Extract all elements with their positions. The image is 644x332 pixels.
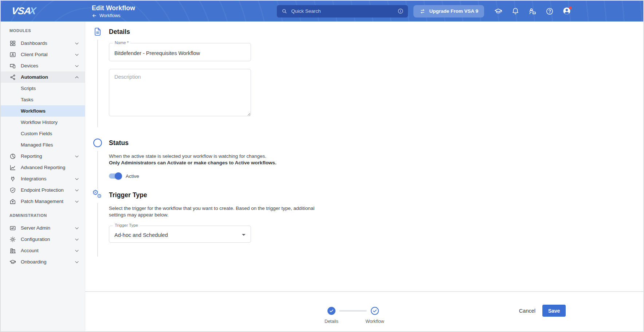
app-window: VSAX Edit Workflow Workflows Quick Searc… [0, 0, 644, 332]
page-title-block: Edit Workflow Workflows [85, 4, 277, 18]
step-connector [339, 310, 367, 312]
step-workflow[interactable] [371, 307, 379, 315]
info-icon[interactable] [397, 8, 404, 14]
sidebar-item-devices[interactable]: Devices [1, 60, 85, 71]
sidebar-group-modules: MODULES [1, 22, 85, 38]
details-section: Details Name * [93, 27, 635, 118]
gears-icon: ⚙⚙ [92, 189, 104, 201]
gear-icon [9, 236, 16, 243]
chevron-down-icon [74, 187, 80, 193]
swap-icon [419, 8, 426, 15]
name-field-label: Name * [113, 40, 130, 45]
footer-bar: Details Workflow Cancel Save [85, 291, 643, 331]
page-title: Edit Workflow [92, 4, 277, 12]
sidebar-item-endpoint-protection[interactable]: Endpoint Protection [1, 184, 85, 196]
sidebar-item-label: Dashboards [21, 40, 74, 46]
graduation-cap-icon [9, 259, 16, 265]
toggle-label: Active [126, 173, 139, 179]
search-icon [281, 8, 287, 14]
sidebar-item-workflow-history[interactable]: Workflow History [1, 117, 85, 128]
sidebar-item-managed-files[interactable]: Managed Files [1, 139, 85, 151]
sidebar-item-label: Configuration [21, 237, 74, 242]
status-section: Status When the active state is selected… [93, 138, 635, 180]
sidebar-item-label: Tasks [21, 97, 80, 102]
sidebar-group-administration: ADMINISTRATION [1, 207, 85, 222]
chevron-down-icon [242, 234, 246, 236]
home-up-icon [9, 198, 16, 205]
step-details[interactable] [327, 307, 335, 315]
chevron-down-icon [74, 52, 80, 58]
sidebar-item-label: Integrations [21, 176, 74, 181]
sidebar-item-advanced-reporting[interactable]: Advanced Reporting [1, 162, 85, 173]
logo-text: VSA [11, 5, 31, 17]
sidebar-item-label: Custom Fields [21, 131, 80, 136]
description-textarea[interactable] [109, 69, 251, 116]
sidebar-item-integrations[interactable]: Integrations [1, 173, 85, 184]
sidebar-item-patch-management[interactable]: Patch Management [1, 196, 85, 207]
chevron-down-icon [74, 63, 80, 69]
cancel-button[interactable]: Cancel [516, 306, 538, 316]
sidebar-item-workflows[interactable]: Workflows [1, 105, 85, 117]
sidebar-item-configuration[interactable]: Configuration [1, 234, 85, 245]
building-icon [9, 247, 16, 254]
step-label-details: Details [315, 319, 348, 324]
upgrade-label: Upgrade From VSA 9 [429, 8, 478, 14]
notification-dot [569, 7, 572, 9]
sidebar-item-label: Server Admin [21, 225, 74, 231]
chevron-down-icon [74, 176, 80, 182]
sidebar-item-scripts[interactable]: Scripts [1, 83, 85, 94]
sidebar-item-reporting[interactable]: Reporting [1, 151, 85, 162]
sidebar-item-server-admin[interactable]: Server Admin [1, 222, 85, 234]
graduation-cap-icon[interactable] [494, 7, 502, 15]
sidebar-item-tasks[interactable]: Tasks [1, 94, 85, 105]
search-placeholder: Quick Search [291, 8, 394, 14]
trigger-type-select-value: Ad-hoc and Scheduled [109, 230, 242, 238]
arrow-left-icon [92, 13, 97, 18]
vsax-logo[interactable]: VSAX [1, 5, 85, 17]
chevron-down-icon [74, 40, 80, 46]
chevron-down-icon [74, 153, 80, 159]
sidebar-item-client-portal[interactable]: Client Portal [1, 49, 85, 60]
chevron-down-icon [74, 225, 80, 231]
sidebar-item-label: Account [21, 248, 74, 253]
plug-icon [9, 176, 16, 182]
name-field: Name * [109, 43, 251, 61]
upgrade-button[interactable]: Upgrade From VSA 9 [413, 5, 484, 17]
chevron-down-icon [74, 237, 80, 242]
sidebar-item-label: Onboarding [21, 259, 74, 265]
breadcrumb-label: Workflows [99, 13, 120, 18]
user-avatar[interactable] [563, 7, 571, 15]
line-chart-icon [9, 164, 16, 171]
quick-search-input[interactable]: Quick Search [277, 5, 408, 17]
toggle-knob [115, 172, 122, 180]
sidebar-item-account[interactable]: Account [1, 245, 85, 256]
bell-icon[interactable] [511, 7, 519, 15]
chevron-down-icon [74, 259, 80, 265]
sidebar-item-label: Reporting [21, 153, 74, 159]
sidebar-item-custom-fields[interactable]: Custom Fields [1, 128, 85, 139]
sidebar-item-onboarding[interactable]: Onboarding [1, 256, 85, 267]
status-description: When the active state is selected your w… [109, 153, 342, 166]
section-heading-details: Details [109, 27, 635, 37]
sidebar-item-label: Scripts [21, 86, 80, 91]
section-heading-status: Status [109, 138, 635, 148]
save-button[interactable]: Save [542, 305, 566, 317]
id-card-icon [9, 51, 16, 58]
sidebar-item-label: Workflow History [21, 120, 80, 125]
breadcrumb[interactable]: Workflows [92, 13, 277, 18]
active-toggle[interactable] [109, 172, 121, 180]
logo-x: X [29, 5, 36, 17]
sidebar-item-label: Endpoint Protection [21, 187, 74, 193]
remote-support-icon[interactable] [529, 7, 537, 15]
trigger-type-section: ⚙⚙ Trigger Type Select the trigger for t… [93, 190, 635, 257]
server-icon [9, 225, 16, 231]
name-input[interactable] [109, 43, 251, 61]
chevron-up-icon [74, 74, 80, 80]
step-label-workflow: Workflow [358, 319, 391, 324]
pie-chart-icon [9, 153, 16, 160]
help-icon[interactable] [546, 7, 554, 15]
sidebar-item-dashboards[interactable]: Dashboards [1, 38, 85, 49]
trigger-type-select[interactable]: Trigger Type Ad-hoc and Scheduled [109, 226, 251, 243]
sidebar-item-automation[interactable]: Automation [1, 71, 85, 83]
timeline-line [97, 151, 98, 189]
